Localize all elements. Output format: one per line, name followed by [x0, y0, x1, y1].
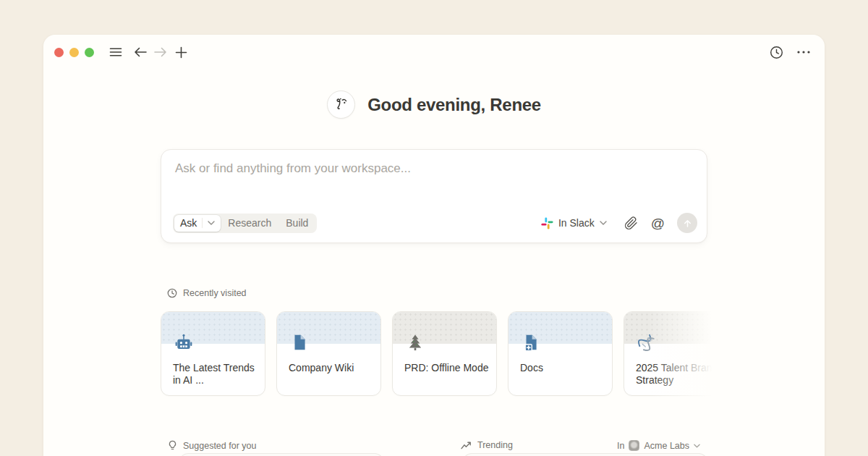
recently-visited-header: Recently visited [167, 288, 247, 298]
chevron-down-icon [600, 221, 607, 225]
history-button[interactable] [766, 42, 786, 62]
card-title: The Latest Trends in AI ... [173, 362, 258, 387]
desktop-background: Good evening, Renee Ask Research Build [0, 0, 868, 456]
minimize-window-button[interactable] [69, 48, 79, 57]
chevron-down-icon [694, 444, 700, 448]
mode-build-button[interactable]: Build [278, 217, 315, 229]
composer-right-tools: In Slack @ [541, 213, 697, 233]
window-controls [54, 48, 94, 57]
card-title: Docs [520, 362, 605, 374]
forward-button[interactable] [150, 42, 171, 62]
tree-icon [405, 332, 425, 352]
at-icon: @ [651, 216, 665, 230]
sidebar-toggle-button[interactable] [106, 42, 126, 62]
recently-visited-cards: The Latest Trends in AI ... Company Wiki [161, 311, 739, 396]
card-prd-offline-mode[interactable]: PRD: Offline Mode [392, 311, 497, 396]
card-docs[interactable]: Docs [508, 311, 613, 396]
mode-ask-button[interactable]: Ask [174, 215, 221, 232]
workspace-avatar [629, 440, 639, 451]
page-plus-icon [521, 332, 541, 352]
card-company-wiki[interactable]: Company Wiki [276, 311, 381, 396]
slack-icon [541, 217, 553, 229]
arrow-up-icon [682, 218, 693, 229]
scope-label: In Slack [558, 217, 595, 229]
recently-visited-label: Recently visited [183, 288, 247, 298]
card-title: PRD: Offline Mode [404, 362, 489, 374]
mention-button[interactable]: @ [651, 216, 665, 230]
trending-label: Trending [477, 440, 513, 450]
page-icon [289, 332, 310, 352]
ai-face-icon [327, 90, 355, 119]
dna-icon [637, 332, 657, 352]
back-button[interactable] [130, 42, 150, 62]
card-title: Company Wiki [289, 362, 373, 374]
suggested-content-preview [179, 453, 383, 456]
trending-header: Trending [461, 440, 513, 450]
composer-toolbar: Ask Research Build [173, 213, 697, 233]
trending-content-preview [463, 453, 707, 456]
paperclip-icon [624, 216, 638, 230]
window-topbar [54, 42, 814, 62]
mode-research-button[interactable]: Research [221, 217, 278, 229]
app-window: Good evening, Renee Ask Research Build [43, 35, 825, 456]
composer-input[interactable] [174, 160, 697, 203]
page-title: Good evening, Renee [367, 95, 541, 115]
workspace-filter[interactable]: In Acme Labs [617, 440, 700, 451]
send-button[interactable] [677, 213, 697, 233]
scope-selector[interactable]: In Slack [541, 217, 607, 229]
composer: Ask Research Build [161, 149, 707, 243]
workspace-name: Acme Labs [644, 441, 689, 451]
arrow-left-icon [133, 46, 148, 58]
lightbulb-icon [168, 440, 177, 451]
more-menu-button[interactable] [793, 42, 814, 62]
suggested-label: Suggested for you [183, 441, 256, 451]
card-latest-trends-in-ai[interactable]: The Latest Trends in AI ... [161, 311, 265, 396]
hamburger-icon [109, 46, 122, 58]
new-tab-button[interactable] [171, 42, 191, 62]
plus-icon [175, 46, 187, 59]
attach-file-button[interactable] [624, 216, 638, 230]
arrow-right-icon [153, 46, 168, 58]
trending-icon [461, 441, 472, 449]
mode-ask-label: Ask [180, 217, 197, 229]
ellipsis-icon [797, 51, 810, 54]
chevron-down-icon [208, 221, 215, 225]
greeting-row: Good evening, Renee [43, 90, 825, 119]
mode-switcher: Ask Research Build [173, 214, 317, 233]
clock-icon [167, 288, 177, 298]
close-window-button[interactable] [54, 48, 64, 57]
card-title: 2025 Talent Brand Strategy [636, 362, 720, 387]
chip-divider [202, 218, 203, 228]
suggested-header: Suggested for you [168, 440, 256, 451]
maximize-window-button[interactable] [85, 48, 94, 57]
workspace-filter-prefix: In [617, 441, 624, 451]
card-2025-talent-brand-strategy[interactable]: 2025 Talent Brand Strategy [624, 311, 728, 396]
clock-icon [770, 46, 783, 59]
robot-icon [174, 332, 194, 352]
